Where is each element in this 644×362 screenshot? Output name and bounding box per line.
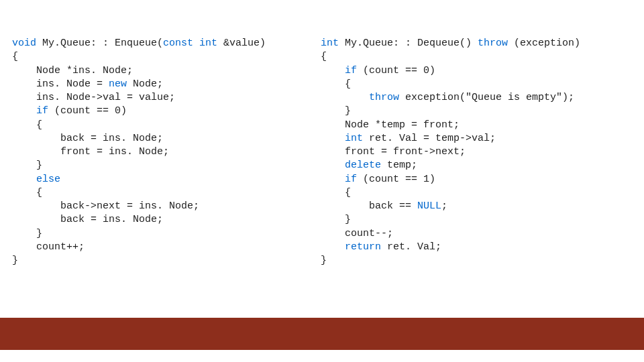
enqueue-code-column: void My.Queue: : Enqueue(const int &valu… — [12, 37, 321, 267]
keyword-token: if — [36, 105, 48, 117]
keyword-token: void — [12, 38, 36, 49]
keyword-token: throw — [478, 38, 508, 49]
keyword-token: new — [109, 78, 127, 90]
keyword-token: int — [199, 38, 217, 49]
keyword-token: if — [345, 174, 357, 185]
enqueue-code: void My.Queue: : Enqueue(const int &valu… — [12, 37, 321, 267]
footer-bar — [0, 318, 644, 350]
keyword-token: NULL — [417, 200, 441, 212]
slide: void My.Queue: : Enqueue(const int &valu… — [0, 0, 644, 362]
keyword-token: const — [163, 38, 193, 49]
keyword-token: return — [345, 241, 381, 253]
keyword-token: else — [36, 174, 60, 185]
keyword-token: int — [345, 133, 363, 144]
keyword-token: throw — [369, 92, 399, 103]
dequeue-code: int My.Queue: : Dequeue() throw (excepti… — [321, 37, 629, 267]
keyword-token: delete — [345, 160, 381, 171]
keyword-token: int — [321, 38, 339, 49]
code-area: void My.Queue: : Enqueue(const int &valu… — [12, 37, 632, 267]
dequeue-code-column: int My.Queue: : Dequeue() throw (excepti… — [321, 37, 629, 267]
keyword-token: if — [345, 65, 357, 76]
